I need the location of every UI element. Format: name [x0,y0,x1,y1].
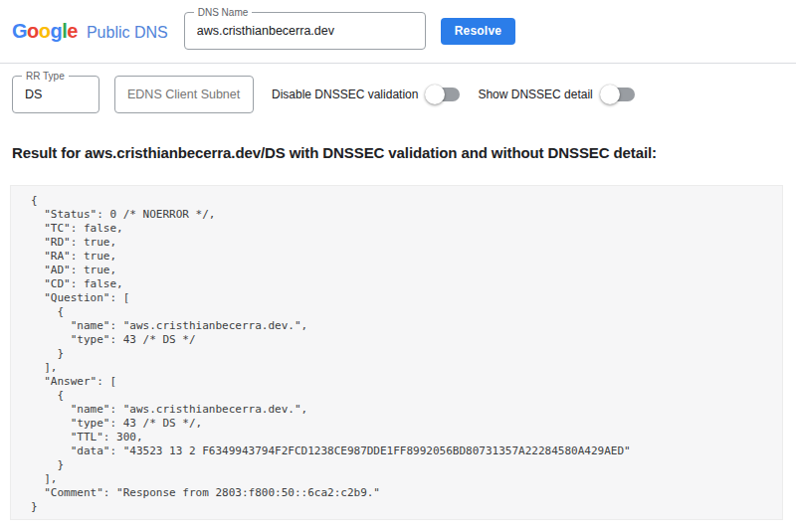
disable-dnssec-validation-label: Disable DNSSEC validation [272,88,418,101]
dns-name-field: DNS Name [184,12,426,50]
rr-type-field-label: RR Type [22,71,69,82]
toggle-thumb-icon [425,85,445,104]
result-heading: Result for aws.cristhianbecerra.dev/DS w… [12,144,657,161]
dns-name-input[interactable] [185,13,425,49]
google-logo[interactable]: Google Public DNS [12,20,168,43]
rr-type-field: RR Type [12,76,100,113]
dns-name-field-label: DNS Name [194,7,253,18]
resolve-button[interactable]: Resolve [441,18,515,45]
query-bar: Google Public DNS DNS Name Resolve [12,6,784,56]
toggle-thumb-icon [600,85,620,104]
public-dns-label: Public DNS [87,24,168,42]
show-dnssec-detail-toggle[interactable] [603,88,635,101]
query-options-row: RR Type Disable DNSSEC validation Show D… [12,75,796,113]
header-divider [0,63,796,64]
disable-dnssec-validation-toggle[interactable] [428,88,460,101]
google-public-dns-page: Google Public DNS DNS Name Resolve RR Ty… [0,0,796,532]
show-dnssec-detail-label: Show DNSSEC detail [478,88,592,101]
dns-response-json: { "Status": 0 /* NOERROR */, "TC": false… [11,186,782,514]
result-output-box: { "Status": 0 /* NOERROR */, "TC": false… [10,185,783,520]
edns-client-subnet-field [114,76,254,113]
edns-client-subnet-input[interactable] [115,77,253,112]
rr-type-input[interactable] [13,77,99,112]
google-wordmark: Google [12,20,78,43]
